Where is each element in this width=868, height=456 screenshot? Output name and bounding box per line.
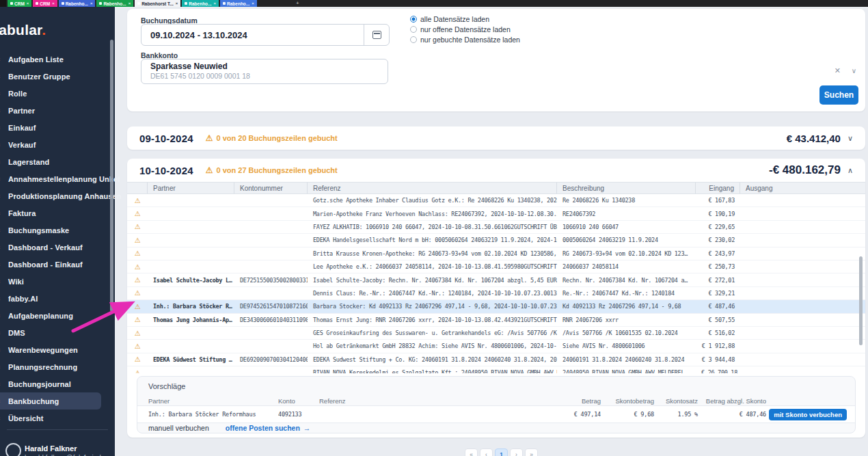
sidebar-item[interactable]: ≡ Partner: [0, 102, 101, 119]
suchen-button[interactable]: Suchen: [819, 85, 858, 105]
chevron-down-icon[interactable]: ∨: [852, 67, 856, 75]
sidebar-item[interactable]: ≡ Planungsrechnung: [0, 358, 101, 375]
close-tab-icon[interactable]: ×: [52, 1, 55, 5]
browser-tab[interactable]: ×: [0, 0, 6, 7]
table-row[interactable]: ⚠ EDEKA Südwest Stiftung … DE69200907003…: [127, 353, 865, 366]
browser-tab[interactable]: Rabenhorst T... ×: [135, 0, 180, 7]
sidebar-item[interactable]: ≡ Dashboard - Verkauf: [0, 239, 101, 256]
day-header[interactable]: 09-10-2024 ⚠ 0 von 20 Buchungszeilen geb…: [127, 126, 865, 150]
table-row[interactable]: ⚠ Marien-Apotheke Franz Verhoeven Nachla…: [127, 207, 865, 220]
sidebar-item[interactable]: ≡ Lagerstand: [0, 153, 101, 170]
sidebar-item[interactable]: ≡ Buchungsmaske: [0, 222, 101, 239]
pagination-button[interactable]: 1: [495, 448, 508, 456]
table-row[interactable]: ⚠ Thomas Jung Johannis-Ap… DE34300606010…: [127, 314, 865, 327]
pagination-button[interactable]: ›: [510, 448, 523, 456]
planning-calculation-icon: ≡: [0, 364, 3, 371]
sidebar-item[interactable]: ≡ Dashboard - Einkauf: [0, 256, 101, 273]
close-tab-icon[interactable]: ×: [252, 1, 254, 5]
vorschlaege-footer: manuell verbuchen offene Posten suchen →: [148, 424, 310, 432]
table-row[interactable]: ⚠ RIVAN NOVA Kereskedelmi es Szolgaltato…: [127, 366, 865, 373]
warning-icon: ⚠: [127, 250, 148, 257]
warning-icon: ⚠: [127, 356, 148, 363]
close-tab-icon[interactable]: ×: [128, 1, 131, 5]
close-tab-icon[interactable]: ×: [27, 1, 29, 5]
browser-tab[interactable]: CRM ×: [33, 0, 57, 7]
tab-favicon: [36, 2, 38, 5]
sidebar-item[interactable]: ≡ Aufgabenplanung: [0, 307, 101, 324]
table-row[interactable]: ⚠ Inh.: Barbara Stöcker R… DE97452615470…: [127, 300, 865, 313]
sales-icon: ≡: [0, 142, 3, 148]
header-warning-column: [127, 183, 148, 193]
sidebar-item[interactable]: ≡ Einkauf: [0, 119, 101, 136]
radio-option[interactable]: nur gebuchte Datensätze laden: [410, 34, 520, 44]
sidebar-item[interactable]: ≡ Rolle: [0, 85, 101, 102]
browser-tab[interactable]: Rabenho... ×: [220, 0, 257, 7]
new-tab-button[interactable]: +: [293, 0, 303, 7]
mit-skonto-verbuchen-button[interactable]: mit Skonto verbuchen: [769, 409, 847, 420]
browser-tab[interactable]: CRM ×: [8, 0, 31, 7]
pagination-button[interactable]: ‹: [480, 448, 493, 456]
partner-icon: ≡: [0, 107, 3, 114]
browser-tab[interactable]: Rabenho... ×: [59, 0, 96, 7]
clear-icon[interactable]: ✕: [835, 66, 841, 75]
sidebar-item-label: Übersicht: [8, 414, 44, 423]
radio-option[interactable]: nur offene Datensätze laden: [410, 24, 520, 34]
table-scrollbar[interactable]: [859, 256, 863, 345]
sidebar-item[interactable]: ≡ Übersicht: [0, 410, 101, 427]
sidebar-item[interactable]: ≡ Benutzer Gruppe: [0, 68, 101, 85]
sidebar-scrollbar[interactable]: [110, 40, 113, 312]
bankkonto-select[interactable]: Sparkasse Neuwied DE61 5745 0120 0009 00…: [141, 59, 388, 84]
manuell-verbuchen-button[interactable]: manuell verbuchen: [148, 424, 209, 432]
sidebar-item[interactable]: ≡ Wiki: [0, 273, 101, 290]
cell-kontonummer: DE97452615470108721600: [234, 303, 308, 310]
table-row[interactable]: ⚠ EDEKA Handelsgesellschaft Nord m bH: 0…: [127, 234, 865, 247]
cell-beschreibung: RNR 24067206 xxrr: [557, 317, 696, 323]
chevron-up-icon[interactable]: ∧: [847, 166, 853, 175]
pagination-button[interactable]: »: [525, 448, 538, 456]
cell-referenz: Isabel Schulte-Jacoby: Rechn. Nr. 240673…: [308, 277, 557, 284]
sidebar-item[interactable]: ≡ Annahmestellenplanung Unkel: [0, 170, 101, 187]
vorschlag-row[interactable]: Inh.: Barbara Stöcker Reformhaus 4092133…: [137, 405, 855, 423]
close-tab-icon[interactable]: ×: [90, 1, 93, 5]
tab-label: Rabenho...: [66, 1, 88, 6]
sidebar: fabular. ≡ Aufgaben Liste ≡ Benutzer Gru…: [0, 7, 115, 456]
table-row[interactable]: ⚠ Hol ab Getränkemarkt GmbH 28832 Achim:…: [127, 340, 865, 353]
sidebar-item[interactable]: ≡ DMS: [0, 324, 101, 341]
warning-icon: ⚠: [127, 210, 148, 217]
close-tab-icon[interactable]: ×: [214, 1, 217, 5]
sidebar-item[interactable]: ≡ Buchungsjournal: [0, 375, 101, 392]
day-header[interactable]: 10-10-2024 ⚠ 0 von 27 Buchungszeilen geb…: [127, 159, 865, 182]
chevron-down-icon[interactable]: ∨: [847, 134, 853, 143]
sidebar-item[interactable]: ≡ Warenbewegungen: [0, 341, 101, 358]
browser-tab[interactable]: Rabenho... ×: [182, 0, 219, 7]
sidebar-item[interactable]: ≡ Bankbuchung: [0, 392, 101, 410]
sidebar-item[interactable]: ≡ Verkauf: [0, 136, 101, 153]
browser-tab[interactable]: Rabenho... ×: [96, 0, 133, 7]
sidebar-item[interactable]: ≡ Faktura: [0, 204, 101, 222]
sidebar-item[interactable]: ≡ fabby.AI: [0, 290, 101, 307]
cell-referenz: Lee Apotheke e.K.: 24066037 24058114, 20…: [308, 263, 557, 270]
radio-icon: [410, 16, 417, 23]
warning-icon: ⚠: [206, 133, 213, 143]
calendar-button[interactable]: [364, 25, 389, 45]
tab-label: Rabenhorst T...: [141, 1, 174, 6]
table-row[interactable]: ⚠ GES Groseinkaufsring des Susswaren- u.…: [127, 327, 865, 340]
table-row[interactable]: ⚠ Gotz.sche Apotheke Inhaber Claudius Go…: [127, 194, 865, 207]
table-row[interactable]: ⚠ Isabel Schulte-Jacoby L… DE72515500350…: [127, 273, 865, 286]
table-row[interactable]: ⚠ Lee Apotheke e.K.: 24066037 24058114, …: [127, 260, 865, 273]
table-row[interactable]: ⚠ Dennis Claus: Re.-Nr.: 24067447 Kd.-Nr…: [127, 287, 865, 300]
sidebar-item[interactable]: ≡ Aufgaben Liste: [0, 51, 101, 68]
day-section-10-10-2024: 10-10-2024 ⚠ 0 von 27 Buchungszeilen geb…: [127, 159, 865, 438]
close-tab-icon[interactable]: ×: [176, 1, 178, 5]
main-content: Buchungsdatum 09.10.2024 - 13.10.2024 Ba…: [115, 7, 868, 456]
cell-referenz: Barbara Stocker: Kd 4092133 Rz 24067296 …: [308, 303, 557, 310]
booking-table-header: Partner Kontonummer Referenz Beschreibun…: [127, 182, 865, 194]
offene-posten-suchen-link[interactable]: offene Posten suchen →: [226, 424, 311, 432]
sidebar-item[interactable]: ≡ Produktionsplanung Anhausen: [0, 187, 101, 204]
pagination-button[interactable]: «: [465, 448, 478, 456]
table-row[interactable]: ⚠ FAYEZ ALKHATIB: 1066910 240 66047, 202…: [127, 221, 865, 234]
radio-option[interactable]: alle Datensätze laden: [410, 14, 520, 24]
cell-partner: Inh.: Barbara Stöcker R…: [148, 303, 234, 310]
buchungsdatum-input[interactable]: 09.10.2024 - 13.10.2024: [141, 24, 390, 46]
table-row[interactable]: ⚠ Britta Krausse Kronen-Apotheke: RG 240…: [127, 247, 865, 260]
